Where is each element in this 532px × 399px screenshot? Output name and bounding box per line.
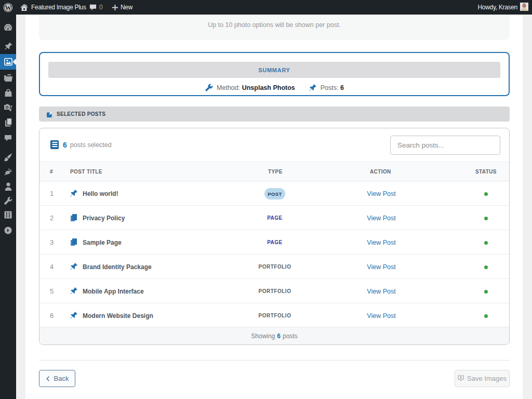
svg-text:W: W (5, 4, 11, 11)
